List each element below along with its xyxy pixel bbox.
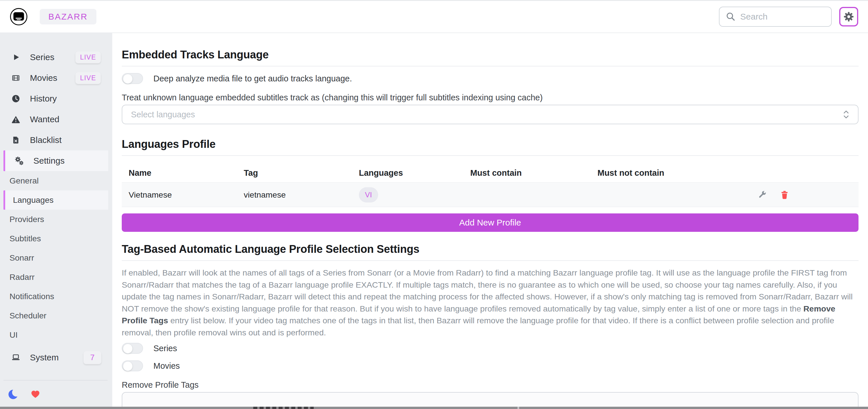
section-divider xyxy=(122,66,859,66)
cutoff-divider-sliver xyxy=(518,407,519,409)
sidebar-subitem-scheduler[interactable]: Scheduler xyxy=(0,306,112,325)
search-box xyxy=(719,7,832,27)
warning-triangle-icon xyxy=(11,114,21,124)
unknown-language-select[interactable]: Select languages xyxy=(122,105,859,124)
profiles-table-header: Name Tag Languages Must contain Must not… xyxy=(122,166,859,180)
live-badge: LIVE xyxy=(75,72,101,84)
donate-heart-icon[interactable] xyxy=(29,388,41,400)
select-placeholder: Select languages xyxy=(131,110,843,120)
viewport-cutoff-artifact xyxy=(0,407,868,409)
settings-gear-button[interactable] xyxy=(839,7,858,27)
sidebar: Series LIVE Mov xyxy=(0,33,112,409)
sidebar-item-blacklist[interactable]: Blacklist xyxy=(0,130,112,150)
sidebar-subitem-radarr[interactable]: Radarr xyxy=(0,268,112,287)
cutoff-text-sliver xyxy=(253,407,314,409)
unknown-language-select-label: Treat unknown language embedded subtitle… xyxy=(122,93,859,102)
sidebar-subitem-notifications[interactable]: Notifications xyxy=(0,287,112,306)
bazarr-logo-icon[interactable] xyxy=(10,8,28,26)
sidebar-item-label: Blacklist xyxy=(30,135,62,145)
profile-name: Vietnamese xyxy=(129,190,244,200)
sidebar-item-label: Movies xyxy=(30,73,57,83)
section-title-tag-based: Tag-Based Automatic Language Profile Sel… xyxy=(122,243,859,255)
gears-icon xyxy=(14,156,24,166)
col-header-tag: Tag xyxy=(244,168,359,178)
col-header-must-not-contain: Must not contain xyxy=(597,168,741,178)
series-toggle[interactable] xyxy=(122,343,143,354)
movies-toggle-label: Movies xyxy=(153,361,180,371)
edit-profile-wrench-button[interactable] xyxy=(756,189,768,200)
language-pill: VI xyxy=(359,187,378,203)
tag-based-description: If enabled, Bazarr will look at the name… xyxy=(122,267,859,339)
description-text: If enabled, Bazarr will look at the name… xyxy=(122,268,852,313)
sidebar-subitem-ui[interactable]: UI xyxy=(0,325,112,345)
col-header-name: Name xyxy=(129,168,244,178)
sidebar-subitem-subtitles[interactable]: Subtitles xyxy=(0,229,112,248)
play-icon xyxy=(11,53,21,62)
movies-toggle[interactable] xyxy=(122,361,143,371)
sidebar-subitem-providers[interactable]: Providers xyxy=(0,210,112,229)
search-icon xyxy=(726,12,736,22)
dark-mode-moon-icon[interactable] xyxy=(7,388,20,400)
section-title-embedded-tracks: Embedded Tracks Language xyxy=(122,48,859,61)
section-divider xyxy=(122,260,859,261)
laptop-icon xyxy=(11,353,21,363)
sidebar-item-label: History xyxy=(30,94,57,104)
description-text: entry list below. If your video tag matc… xyxy=(122,316,834,337)
profile-table-row: Vietnamese vietnamese VI xyxy=(122,182,859,207)
bazarr-app-window: BAZARR xyxy=(0,0,868,409)
col-header-languages: Languages xyxy=(359,168,470,178)
sidebar-item-label: System xyxy=(30,353,59,363)
add-new-profile-button[interactable]: Add New Profile xyxy=(122,213,859,232)
sidebar-divider xyxy=(3,380,107,380)
sidebar-item-label: Series xyxy=(30,53,54,62)
sidebar-item-label: Wanted xyxy=(30,114,59,124)
settings-languages-page: Embedded Tracks Language Deep analyze me… xyxy=(112,33,868,409)
sidebar-item-label: Settings xyxy=(33,156,64,166)
section-title-languages-profile: Languages Profile xyxy=(122,138,859,150)
app-header: BAZARR xyxy=(0,1,868,33)
delete-profile-trash-button[interactable] xyxy=(779,189,790,200)
search-input[interactable] xyxy=(740,12,851,22)
sidebar-item-system[interactable]: System 7 xyxy=(0,347,112,368)
chevron-up-down-icon xyxy=(843,110,849,120)
sidebar-subitem-general[interactable]: General xyxy=(0,171,112,191)
film-icon xyxy=(11,73,21,83)
sidebar-item-series[interactable]: Series LIVE xyxy=(0,47,112,68)
deep-analyze-toggle[interactable] xyxy=(122,73,143,84)
file-x-icon xyxy=(11,135,21,145)
remove-profile-tags-label: Remove Profile Tags xyxy=(122,380,859,390)
series-toggle-label: Series xyxy=(153,344,177,353)
gear-icon xyxy=(843,11,854,22)
sidebar-item-movies[interactable]: Movies LIVE xyxy=(0,68,112,88)
clock-icon xyxy=(11,94,21,104)
col-header-must-contain: Must contain xyxy=(470,168,597,178)
sidebar-subitem-sonarr[interactable]: Sonarr xyxy=(0,248,112,268)
sidebar-footer xyxy=(0,388,112,400)
profile-tag: vietnamese xyxy=(244,190,359,200)
system-count-badge: 7 xyxy=(84,351,101,364)
sidebar-item-settings[interactable]: Settings xyxy=(3,150,108,171)
deep-analyze-label: Deep analyze media file to get audio tra… xyxy=(153,74,352,83)
brand-badge[interactable]: BAZARR xyxy=(40,9,96,25)
live-badge: LIVE xyxy=(75,52,101,63)
section-divider xyxy=(122,155,859,156)
sidebar-subitem-languages[interactable]: Languages xyxy=(3,191,108,210)
sidebar-item-wanted[interactable]: Wanted xyxy=(0,109,112,130)
sidebar-item-history[interactable]: History xyxy=(0,88,112,109)
